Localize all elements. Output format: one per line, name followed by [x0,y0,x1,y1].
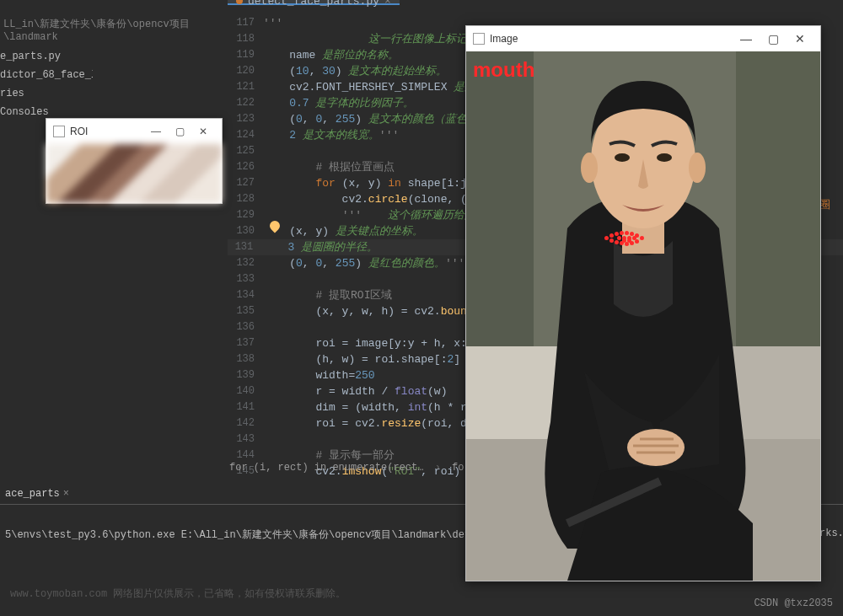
line-number: 130 [228,223,263,239]
code-content[interactable]: (0, 0, 255) 是文本的颜色（蓝色） [263,111,478,127]
line-number: 124 [228,127,263,143]
code-content[interactable]: (x, y, w, h) = cv2.boundin [263,303,486,319]
image-title-text: Image [490,33,518,45]
code-content[interactable]: 2 是文本的线宽。''' [263,127,399,143]
roi-title-text: ROI [70,126,88,137]
code-content[interactable]: cv2.FONT_HERSHEY_SIMPLEX 是用于 [263,79,486,95]
line-number: 121 [228,79,263,95]
line-number: 132 [228,255,263,271]
code-content[interactable]: # 根据位置画点 [263,159,395,175]
svg-point-11 [657,153,672,162]
line-number: 125 [228,143,263,159]
path-bar: LL_in\新建文件夹\康备份\opencv项目\landmark [0,17,228,43]
code-content[interactable]: width=250 [263,367,375,383]
line-number: 126 [228,159,263,175]
code-content[interactable]: cv2.circle(clone, (x, [263,191,480,207]
image-window[interactable]: Image — ▢ ✕ [465,25,821,581]
svg-point-10 [615,153,630,162]
code-content[interactable]: 0.7 是字体的比例因子。 [263,95,414,111]
chevron-right-icon: › [435,462,441,474]
line-number: 139 [228,367,263,383]
tab-filename: detect_face_parts.py [248,0,379,8]
line-number: 141 [228,399,263,415]
line-number: 140 [228,383,263,399]
editor-tab[interactable]: detect_face_parts.py × [228,0,400,5]
console-output-right: rks. [819,528,843,539]
line-number: 123 [228,111,263,127]
tab-bar: detect_face_parts.py × [228,0,843,5]
code-content[interactable]: (0, 0, 255) 是红色的颜色。''' [263,255,464,271]
mouth-landmarks [604,228,655,245]
line-number: 129 [228,207,263,223]
code-content[interactable]: dim = (width, int(h * r)) [263,399,480,415]
image-canvas: mouth [466,51,820,581]
line-number: 137 [228,335,263,351]
svg-point-8 [581,153,598,183]
run-tab[interactable]: ace_parts × [0,484,69,504]
app-icon [473,33,485,45]
code-content[interactable] [263,319,270,335]
line-number: 120 [228,63,263,79]
roi-image [46,144,222,203]
code-content[interactable] [263,143,270,159]
code-content[interactable]: roi = cv2.resize(roi, dim, [263,415,486,431]
line-number: 135 [228,303,263,319]
person-illustration [466,51,820,581]
tree-item[interactable]: e_parts.py [0,47,93,66]
code-content[interactable]: for (x, y) in shape[i:j]: [263,175,480,191]
close-icon[interactable]: ✕ [191,126,215,137]
code-content[interactable]: (10, 30) 是文本的起始坐标。 [263,63,447,79]
app-icon [53,126,65,137]
breadcrumb-segment[interactable]: for (i, rect) in enumerate(rect… [229,462,423,474]
tree-item[interactable]: ries [0,84,93,103]
maximize-icon[interactable]: ▢ [760,32,787,46]
minimize-icon[interactable]: — [144,126,168,137]
overlay-label: mouth [473,58,534,82]
line-number: 119 [228,47,263,63]
line-number: 131 [228,239,261,255]
project-tree: e_parts.py dictor_68_face_landmarks.dat … [0,47,93,121]
image-titlebar[interactable]: Image — ▢ ✕ [466,26,820,51]
tree-item[interactable]: dictor_68_face_landmarks.dat [0,66,93,84]
code-content[interactable]: (h, w) = roi.shape[:2] [263,351,460,367]
code-content[interactable]: roi = image[y:y + h, x:x + [263,335,486,351]
code-content[interactable] [263,431,270,447]
roi-window[interactable]: ROI — ▢ ✕ [46,118,223,204]
code-content[interactable]: ''' 这个循环遍历给定部 [263,207,486,223]
python-file-icon [236,0,243,4]
run-tab-close-icon[interactable]: × [63,488,69,500]
tab-close-icon[interactable]: × [384,0,391,8]
line-number: 143 [228,431,263,447]
maximize-icon[interactable]: ▢ [168,126,191,137]
run-tab-label: ace_parts [5,488,60,500]
line-number: 117 [228,15,263,31]
code-content[interactable] [263,271,270,287]
code-content[interactable]: (x, y) 是关键点的坐标。 [263,223,423,239]
watermark-text: www.toymoban.com 网络图片仅供展示，已省略，如有侵权请联系删除。 [10,587,516,601]
code-content[interactable]: ''' [263,15,282,31]
code-content[interactable]: name 是部位的名称。 [263,47,399,63]
minimize-icon[interactable]: — [733,32,760,46]
line-number: 118 [228,31,263,47]
line-number: 134 [228,287,263,303]
code-content[interactable]: r = width / float(w) [263,383,447,399]
line-number: 136 [228,319,263,335]
line-number: 128 [228,191,263,207]
code-content[interactable]: # 提取ROI区域 [263,287,392,303]
line-number: 127 [228,175,263,191]
svg-point-12 [627,429,685,466]
line-number: 138 [228,351,263,367]
roi-titlebar[interactable]: ROI — ▢ ✕ [46,119,222,144]
line-number: 122 [228,95,263,111]
close-icon[interactable]: ✕ [787,32,813,46]
csdn-credit: CSDN @txz2035 [754,597,833,609]
line-number: 133 [228,271,263,287]
line-number: 142 [228,415,263,431]
svg-point-9 [689,153,706,183]
